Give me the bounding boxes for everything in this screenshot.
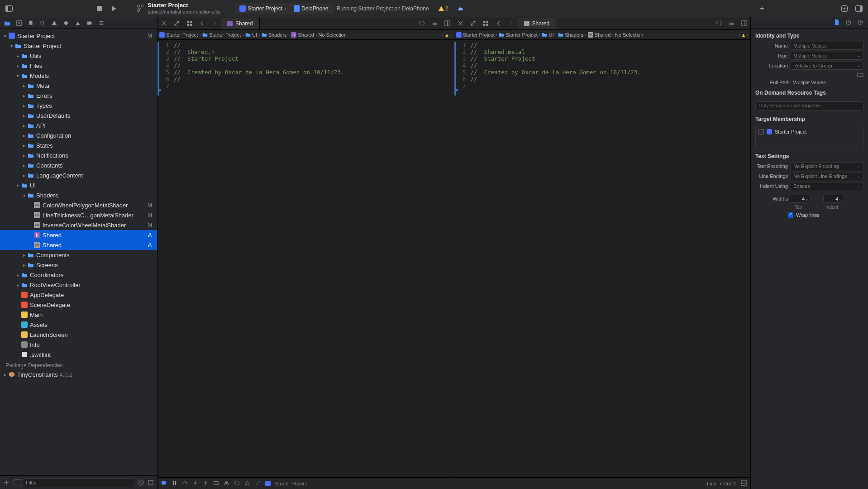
target-row[interactable]: Starter Project — [758, 129, 860, 134]
tree-node[interactable]: InverseColorWheelMetalShaderM — [0, 220, 157, 230]
back-button[interactable] — [492, 17, 505, 29]
name-field[interactable]: Multiple Values — [791, 42, 863, 50]
tree-node[interactable]: ▾Starter Project — [0, 41, 157, 51]
tree-node[interactable]: Main — [0, 310, 157, 320]
toggle-inspector-button[interactable] — [854, 3, 864, 14]
disclosure-triangle[interactable]: ▾ — [3, 34, 7, 38]
adjust-editor-options-button[interactable] — [725, 17, 738, 29]
jumpbar-crumb[interactable]: Shaders — [262, 32, 287, 38]
toggle-navigator-button[interactable] — [4, 3, 14, 14]
tree-node[interactable]: ▾Starter ProjectM — [0, 31, 157, 41]
code-line[interactable]: 5// Created by Oscar de la Hera Gomez on… — [454, 69, 751, 76]
toggle-review-button[interactable] — [416, 17, 429, 29]
code-line[interactable]: 4// — [157, 62, 454, 69]
debug-target[interactable]: Starter Project — [275, 481, 307, 486]
tree-node[interactable]: LaunchScreen — [0, 330, 157, 340]
jumpbar-crumb[interactable]: No Selection — [318, 32, 346, 38]
tree-node[interactable]: ▸Errors — [0, 91, 157, 101]
code-line[interactable]: 1// — [454, 42, 751, 48]
tree-node[interactable]: AppDelegate — [0, 290, 157, 300]
code-line[interactable]: 3// Starter Project — [157, 55, 454, 62]
forward-button[interactable] — [505, 17, 518, 29]
tree-node[interactable]: LineThicknessC…gonMetalShaderM — [0, 210, 157, 220]
tree-node[interactable]: ▸Components — [0, 250, 157, 260]
tree-node[interactable]: ▸Notifications — [0, 150, 157, 160]
disclosure-triangle[interactable]: ▸ — [15, 283, 20, 288]
jumpbar-crumb[interactable]: Starter Project — [202, 32, 241, 38]
tree-node[interactable]: ▸States — [0, 140, 157, 150]
code-line[interactable]: 6// — [454, 76, 751, 82]
scm-filter-button[interactable] — [13, 479, 20, 486]
disclosure-triangle[interactable]: ▸ — [22, 173, 26, 178]
continue-button[interactable] — [182, 480, 188, 487]
code-line[interactable]: 2// Shared.h — [157, 48, 454, 55]
encoding-select[interactable]: No Explicit Encoding⌄ — [791, 162, 863, 170]
tree-node[interactable]: ▾Shaders — [0, 190, 157, 200]
help-inspector-tab[interactable]: ? — [857, 19, 863, 27]
toggle-debug-area-button[interactable] — [741, 480, 747, 487]
endings-select[interactable]: No Explicit Line Endings⌄ — [791, 172, 863, 180]
step-into-button[interactable] — [203, 480, 209, 487]
close-tab-button[interactable] — [454, 17, 467, 29]
debug-view-button[interactable] — [224, 480, 229, 487]
jumpbar-crumb[interactable]: Shared — [588, 32, 610, 38]
disclosure-triangle[interactable]: ▸ — [22, 103, 26, 108]
wrap-lines-checkbox[interactable] — [788, 212, 793, 218]
code-line[interactable]: 5// Created by Oscar de la Hera Gomez on… — [157, 69, 454, 76]
indent-select[interactable]: Spaces⌄ — [791, 182, 863, 190]
disclosure-triangle[interactable]: ▾ — [22, 193, 26, 198]
environment-overrides-button[interactable] — [244, 480, 250, 487]
jumpbar-warning[interactable]: ▲ — [444, 32, 449, 38]
jumpbar-warning[interactable]: ▲ — [741, 32, 746, 38]
forward-button[interactable] — [208, 17, 221, 29]
tab-shared-h[interactable]: Shared — [221, 17, 260, 29]
disclosure-triangle[interactable]: ▸ — [22, 263, 26, 268]
tab-shared-metal[interactable]: Shared — [518, 17, 557, 29]
tree-node[interactable]: ▸Metal — [0, 81, 157, 91]
tree-node[interactable]: ▸UserDefaults — [0, 110, 157, 120]
tree-node[interactable]: ▸Coordinators — [0, 270, 157, 280]
tree-node[interactable]: ▸Configuration — [0, 130, 157, 140]
jumpbar-crumb[interactable]: Starter Project — [499, 32, 537, 38]
disclosure-triangle[interactable]: ▸ — [22, 143, 26, 148]
disclosure-triangle[interactable]: ▸ — [15, 273, 20, 278]
scheme-device-selector[interactable]: Starter Project› DelaPhone — [235, 3, 333, 14]
jumpbar-crumb[interactable]: UI — [245, 32, 257, 38]
jumpbar-prev[interactable]: ‹ — [442, 32, 444, 38]
close-tab-button[interactable] — [157, 17, 170, 29]
disclosure-triangle[interactable]: ▸ — [22, 123, 26, 128]
disclosure-triangle[interactable]: ▸ — [22, 163, 26, 168]
debug-navigator-tab[interactable] — [74, 19, 81, 27]
toggle-review-button[interactable] — [712, 17, 725, 29]
indent-width-stepper[interactable]: 4 ⌄ — [823, 195, 844, 203]
scm-status-filter-button[interactable] — [147, 479, 154, 486]
memory-graph-button[interactable] — [234, 480, 240, 487]
tab-width-stepper[interactable]: 4 ⌄ — [790, 195, 811, 203]
tree-node[interactable]: .swiftlint — [0, 350, 157, 360]
jumpbar-prev[interactable]: ‹ — [739, 32, 740, 38]
tree-node[interactable]: SceneDelegate — [0, 300, 157, 310]
issues-button[interactable]: 2 — [438, 5, 448, 12]
choose-path-button[interactable] — [857, 72, 863, 78]
tree-node[interactable]: ▸Screens — [0, 260, 157, 270]
tree-node[interactable]: ▸LanguageContent — [0, 170, 157, 180]
jumpbar-crumb[interactable]: hShared — [291, 32, 314, 38]
jumpbar-crumb[interactable]: Shaders — [558, 32, 583, 38]
history-inspector-tab[interactable] — [845, 19, 852, 27]
run-button[interactable] — [109, 3, 119, 14]
source-control-navigator-tab[interactable] — [15, 19, 23, 27]
disclosure-triangle[interactable]: ▾ — [15, 183, 20, 188]
find-navigator-tab[interactable] — [39, 19, 46, 27]
tree-node[interactable]: Assets — [0, 320, 157, 330]
file-inspector-tab[interactable] — [834, 19, 840, 27]
tree-node[interactable]: ▸API — [0, 120, 157, 130]
tree-node[interactable]: Info — [0, 340, 157, 350]
disclosure-triangle[interactable]: ▸ — [22, 93, 26, 98]
disclosure-triangle[interactable]: ▾ — [15, 73, 20, 78]
disclosure-triangle[interactable]: ▸ — [22, 133, 26, 138]
disclosure-triangle[interactable]: ▸ — [22, 253, 26, 258]
jumpbar-crumb[interactable]: No Selection — [615, 32, 643, 38]
tree-node[interactable]: ▾UI — [0, 180, 157, 190]
code-line[interactable]: 3// Starter Project — [454, 55, 751, 62]
adjust-editor-options-button[interactable] — [429, 17, 441, 29]
